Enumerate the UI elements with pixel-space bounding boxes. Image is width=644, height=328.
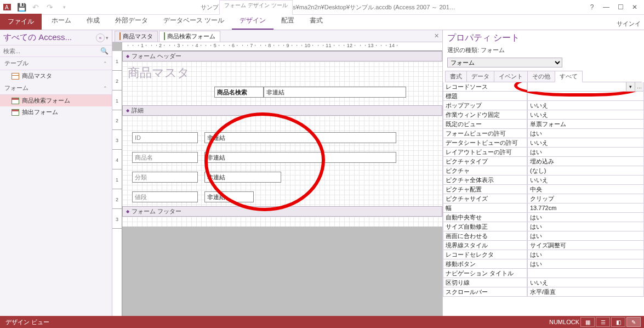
prop-value[interactable]: 13.772cm — [527, 203, 644, 213]
prop-row[interactable]: ピクチャタイプ埋め込み — [443, 157, 644, 166]
search-input[interactable] — [2, 47, 99, 55]
view-design-icon[interactable]: ✎ — [626, 317, 641, 327]
prop-tab-書式[interactable]: 書式 — [445, 71, 467, 82]
prop-row[interactable]: ピクチャサイズクリップ — [443, 194, 644, 203]
section-form-footer[interactable]: フォーム フッター — [122, 206, 442, 217]
form-title-label[interactable]: 商品マスタ — [126, 64, 192, 82]
view-form-icon[interactable]: ▦ — [580, 317, 595, 327]
prop-value[interactable]: 埋め込み — [527, 157, 644, 166]
textbox-分類[interactable]: 非連結 — [204, 172, 281, 183]
prop-tab-イベント[interactable]: イベント — [494, 71, 528, 82]
prop-value[interactable]: クリップ — [527, 194, 644, 203]
redo-icon[interactable]: ↷ — [44, 1, 56, 13]
label-商品名[interactable]: 商品名 — [132, 152, 198, 163]
nav-group[interactable]: フォーム⌃ — [0, 82, 112, 95]
tab-作成[interactable]: 作成 — [79, 13, 107, 30]
section-form-header[interactable]: フォーム ヘッダー — [122, 51, 442, 61]
form-canvas[interactable]: フォーム ヘッダー 商品マスタ 商品名検索 非連結 詳細 ID非連結商品名非連結… — [122, 51, 442, 316]
prop-value[interactable]: 中央 — [527, 185, 644, 194]
prop-row[interactable]: ピクチャ配置中央 — [443, 185, 644, 194]
prop-row[interactable]: 画面に合わせるはい — [443, 231, 644, 241]
prop-value[interactable]: いいえ — [527, 101, 644, 110]
prop-row[interactable]: サイズ自動修正はい — [443, 222, 644, 231]
prop-row[interactable]: ピクチャ全体表示いいえ — [443, 176, 644, 185]
prop-value[interactable]: サイズ調整可 — [527, 241, 644, 250]
prop-value[interactable]: はい — [527, 222, 644, 231]
prop-value[interactable] — [527, 92, 644, 101]
prop-value[interactable]: はい — [527, 148, 644, 157]
prop-value[interactable]: いいえ — [527, 110, 644, 120]
builder-icon[interactable]: … — [635, 82, 643, 91]
help-icon[interactable]: ? — [585, 2, 599, 13]
section-detail[interactable]: 詳細 — [122, 105, 442, 116]
prop-row[interactable]: 区切り線いいえ — [443, 278, 644, 287]
prop-row[interactable]: ピクチャ(なし) — [443, 166, 644, 176]
prop-value[interactable]: いいえ — [527, 138, 644, 148]
prop-row[interactable]: 自動中央寄せはい — [443, 213, 644, 222]
prop-value[interactable]: いいえ — [527, 278, 644, 287]
prop-value[interactable]: はい — [527, 259, 644, 269]
prop-tab-すべて[interactable]: すべて — [555, 71, 583, 82]
prop-row[interactable]: フォームビューの許可はい — [443, 129, 644, 138]
prop-row[interactable]: 境界線スタイルサイズ調整可 — [443, 241, 644, 250]
prop-value[interactable]: はい — [527, 250, 644, 259]
tab-配置[interactable]: 配置 — [273, 13, 302, 30]
prop-value[interactable]: 単票フォーム — [527, 120, 644, 129]
tab-データベース ツール[interactable]: データベース ツール — [156, 13, 232, 30]
grid-footer[interactable] — [122, 217, 442, 227]
nav-header[interactable]: すべての Access... « ▾ — [0, 30, 112, 46]
dropdown-icon[interactable]: ▾ — [626, 82, 635, 91]
tab-ホーム[interactable]: ホーム — [44, 13, 79, 30]
object-selector[interactable]: フォーム — [447, 58, 562, 67]
view-layout-icon[interactable]: ◧ — [611, 317, 625, 327]
undo-icon[interactable]: ↶ — [30, 1, 42, 13]
prop-row[interactable]: レコードソース▾… — [443, 82, 644, 92]
signin-link[interactable]: サインイ — [617, 20, 641, 28]
view-datasheet-icon[interactable]: ☰ — [596, 317, 610, 327]
tab-外部データ[interactable]: 外部データ — [107, 13, 156, 30]
textbox-ID[interactable]: 非連結 — [204, 132, 396, 143]
prop-row[interactable]: ポップアップいいえ — [443, 101, 644, 110]
doc-tab-商品検索フォーム[interactable]: 商品検索フォーム — [159, 31, 220, 42]
prop-row[interactable]: 既定のビュー単票フォーム — [443, 120, 644, 129]
search-textbox[interactable]: 非連結 — [264, 87, 406, 98]
tab-file[interactable]: ファイル — [0, 14, 42, 30]
prop-value[interactable]: 水平/垂直 — [527, 287, 644, 297]
nav-group[interactable]: テーブル⌃ — [0, 57, 112, 70]
prop-row[interactable]: 作業ウィンドウ固定いいえ — [443, 110, 644, 120]
prop-row[interactable]: 移動ボタンはい — [443, 259, 644, 269]
textbox-値段[interactable]: 非連結 — [204, 191, 254, 202]
nav-item-商品マスタ[interactable]: 商品マスタ — [0, 70, 112, 82]
nav-item-商品検索フォーム[interactable]: 商品検索フォーム — [0, 95, 112, 106]
prop-row[interactable]: データシートビューの許可いいえ — [443, 138, 644, 148]
prop-value[interactable]: いいえ — [527, 176, 644, 185]
nav-item-抽出フォーム[interactable]: 抽出フォーム — [0, 106, 112, 118]
search-icon[interactable]: 🔍 — [99, 47, 110, 55]
prop-value[interactable] — [527, 269, 644, 278]
prop-row[interactable]: レイアウトビューの許可はい — [443, 148, 644, 157]
grid-detail[interactable]: ID非連結商品名非連結分類非連結値段非連結 — [122, 116, 442, 206]
prop-row[interactable]: 標題 — [443, 92, 644, 101]
label-分類[interactable]: 分類 — [132, 172, 198, 183]
chevron-down-icon[interactable]: ▾ — [106, 35, 109, 41]
restore-icon[interactable]: ☐ — [613, 2, 628, 13]
tab-書式[interactable]: 書式 — [302, 13, 330, 30]
save-icon[interactable]: 💾 — [15, 1, 27, 13]
grid-header[interactable]: 商品マスタ 商品名検索 非連結 — [122, 61, 442, 105]
prop-row[interactable]: スクロールバー水平/垂直 — [443, 287, 644, 297]
minimize-icon[interactable]: ― — [599, 2, 613, 13]
close-icon[interactable]: ✕ — [628, 2, 642, 13]
prop-value[interactable]: はい — [527, 213, 644, 222]
tab-デザイン[interactable]: デザイン — [232, 13, 273, 30]
prop-value[interactable]: はい — [527, 129, 644, 138]
prop-row[interactable]: レコードセレクタはい — [443, 250, 644, 259]
prop-row[interactable]: ナビゲーション タイトル — [443, 269, 644, 278]
prop-tab-データ[interactable]: データ — [466, 71, 494, 82]
close-tab-icon[interactable]: ✕ — [431, 32, 442, 39]
search-label[interactable]: 商品名検索 — [214, 87, 264, 98]
qat-dropdown-icon[interactable]: ▾ — [58, 1, 70, 13]
prop-row[interactable]: 幅13.772cm — [443, 203, 644, 213]
prop-value[interactable]: はい — [527, 231, 644, 241]
doc-tab-商品マスタ[interactable]: 商品マスタ — [115, 31, 158, 42]
prop-tab-その他[interactable]: その他 — [527, 71, 555, 82]
